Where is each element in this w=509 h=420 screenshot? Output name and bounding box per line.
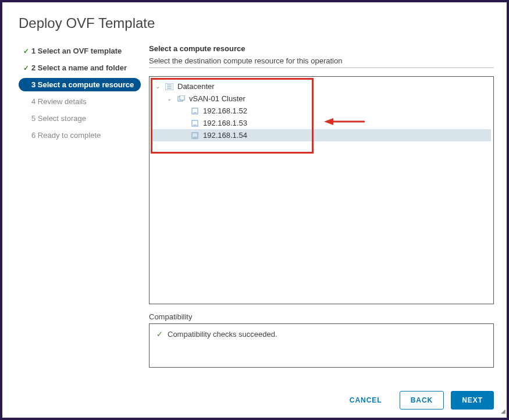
tree-datacenter[interactable]: ⌄ Datacenter: [152, 80, 491, 92]
cancel-button[interactable]: CANCEL: [339, 391, 393, 409]
compatibility-box: ✓ Compatibility checks succeeded.: [149, 323, 494, 368]
wizard-step-label: 3 Select a compute resource: [31, 80, 134, 89]
dialog-title: Deploy OVF Template: [19, 15, 494, 31]
datacenter-icon: [165, 83, 174, 91]
compatibility-message: Compatibility checks succeeded.: [168, 330, 277, 339]
chevron-down-icon: ⌄: [155, 83, 162, 90]
next-button[interactable]: NEXT: [451, 391, 494, 410]
wizard-step-2[interactable]: ✓2 Select a name and folder: [19, 61, 141, 74]
tree-datacenter-label: Datacenter: [177, 82, 215, 91]
tree-cluster-label: vSAN-01 Cluster: [189, 94, 245, 103]
wizard-step-label: 6 Ready to complete: [31, 131, 101, 140]
wizard-step-6: ✓6 Ready to complete: [19, 129, 141, 142]
section-description: Select the destination compute resource …: [149, 56, 494, 65]
host-icon: [190, 131, 200, 140]
tree-host[interactable]: 192.168.1.52: [152, 105, 491, 117]
compute-resource-tree[interactable]: ⌄ Datacenter ⌄ vSAN-01 Cluster 192.168.1…: [149, 76, 494, 304]
divider: [149, 67, 494, 68]
tree-host-label: 192.168.1.52: [203, 106, 247, 115]
chevron-down-icon: ⌄: [167, 95, 174, 102]
main-panel: Select a compute resource Select the des…: [149, 44, 494, 368]
wizard-step-label: 4 Review details: [31, 97, 87, 106]
wizard-step-3: ✓3 Select a compute resource: [19, 78, 141, 91]
dialog-footer: CANCEL BACK NEXT: [339, 391, 494, 410]
svg-rect-5: [180, 95, 184, 100]
cluster-icon: [176, 95, 186, 103]
tree-host-label: 192.168.1.53: [203, 119, 247, 127]
host-icon: [190, 119, 200, 127]
compatibility-label: Compatibility: [149, 312, 494, 321]
check-icon: ✓: [156, 330, 163, 339]
tree-host[interactable]: 192.168.1.53: [152, 117, 491, 129]
section-title: Select a compute resource: [149, 44, 494, 53]
check-icon: ✓: [23, 64, 29, 72]
wizard-step-4: ✓4 Review details: [19, 95, 141, 108]
wizard-step-label: 5 Select storage: [31, 114, 86, 123]
tree-host-label: 192.168.1.54: [203, 131, 247, 140]
wizard-step-1[interactable]: ✓1 Select an OVF template: [19, 44, 141, 58]
back-button[interactable]: BACK: [400, 391, 444, 410]
wizard-step-label: 1 Select an OVF template: [31, 47, 122, 55]
wizard-steps: ✓1 Select an OVF template✓2 Select a nam…: [19, 44, 141, 368]
wizard-step-label: 2 Select a name and folder: [31, 63, 127, 72]
resize-handle[interactable]: ◢: [499, 410, 506, 417]
wizard-step-5: ✓5 Select storage: [19, 112, 141, 125]
tree-host[interactable]: 192.168.1.54: [152, 129, 491, 141]
host-icon: [190, 107, 200, 115]
tree-cluster[interactable]: ⌄ vSAN-01 Cluster: [152, 92, 491, 105]
ovf-deploy-dialog: Deploy OVF Template ✓1 Select an OVF tem…: [2, 2, 507, 418]
check-icon: ✓: [23, 47, 29, 55]
